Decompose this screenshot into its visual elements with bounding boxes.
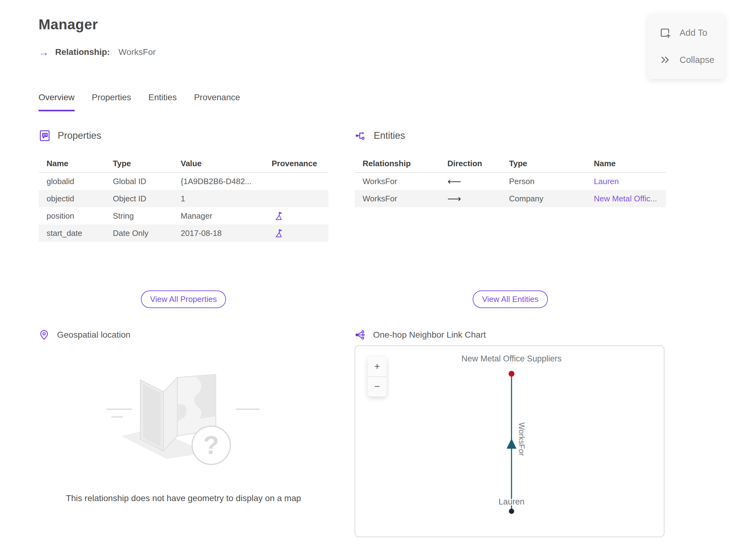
entity-type: Company — [501, 194, 586, 203]
zoom-control: + − — [368, 357, 387, 396]
tab-entities[interactable]: Entities — [148, 93, 177, 111]
entity-name-link[interactable]: Lauren — [586, 177, 666, 186]
col-header-direction: Direction — [439, 159, 501, 168]
relationship-value: WorksFor — [118, 47, 156, 57]
geospatial-section-title: Geospatial location — [57, 330, 130, 340]
edge-arrowhead — [506, 439, 517, 449]
entity-relationship: WorksFor — [355, 177, 439, 186]
prop-value: 1 — [173, 194, 264, 203]
bottom-node-dot[interactable] — [509, 509, 514, 514]
map-pin-icon — [38, 329, 50, 341]
page-title: Manager — [38, 16, 98, 33]
top-node-dot[interactable] — [509, 371, 515, 377]
link-chart-canvas: WorksFor New Metal Office Suppliers Laur… — [355, 346, 664, 537]
link-chart-section-header: One-hop Neighbor Link Chart — [355, 329, 486, 341]
tab-bar: Overview Properties Entities Provenance — [38, 93, 240, 111]
collapse-button[interactable]: Collapse — [648, 49, 725, 71]
top-node-label: New Metal Office Suppliers — [461, 354, 561, 363]
tab-properties[interactable]: Properties — [92, 93, 131, 111]
prop-type: Object ID — [105, 194, 173, 203]
relationship-subtitle: → Relationship: WorksFor — [38, 47, 156, 57]
properties-table: Name Type Value Provenance globalid Glob… — [38, 155, 329, 242]
add-to-label: Add To — [679, 28, 707, 38]
prop-name: position — [38, 211, 105, 221]
entities-icon — [355, 129, 367, 142]
link-chart-icon — [355, 329, 366, 341]
entity-relationship: WorksFor — [355, 194, 439, 203]
prop-name: globalid — [38, 177, 105, 186]
collapse-icon — [659, 54, 671, 66]
table-row: globalid Global ID {1A9DB2B6-D482... — [38, 173, 329, 190]
svg-text:?: ? — [203, 431, 219, 459]
add-to-button[interactable]: Add To — [648, 22, 725, 44]
floating-action-card: Add To Collapse — [648, 14, 725, 79]
no-geometry-message: This relationship does not have geometry… — [38, 493, 329, 503]
col-header-type: Type — [105, 159, 173, 168]
view-all-entities-button[interactable]: View All Entities — [473, 290, 548, 308]
direction-left-arrow-icon: ⟵ — [439, 176, 501, 187]
one-hop-link-chart[interactable]: WorksFor New Metal Office Suppliers Laur… — [355, 345, 664, 537]
col-header-name: Name — [586, 159, 666, 168]
prop-value: Manager — [173, 211, 264, 221]
col-header-type: Type — [501, 159, 586, 168]
view-all-properties-button[interactable]: View All Properties — [141, 290, 226, 308]
relationship-label: Relationship: — [55, 47, 110, 57]
entities-section-title: Entities — [374, 130, 405, 141]
table-row: start_date Date Only 2017-08-18 — [38, 224, 329, 242]
provenance-flag-icon — [274, 211, 284, 221]
properties-button-row: View All Properties — [38, 290, 329, 308]
link-chart-section-title: One-hop Neighbor Link Chart — [373, 330, 486, 340]
col-header-value: Value — [173, 159, 264, 168]
prop-value: 2017-08-18 — [173, 228, 264, 238]
left-column: Properties Name Type Value Provenance gl… — [38, 129, 329, 540]
map-placeholder: ? — [38, 358, 329, 475]
properties-section-title: Properties — [58, 130, 101, 141]
prop-name: start_date — [38, 228, 105, 238]
entities-table: Relationship Direction Type Name WorksFo… — [355, 155, 666, 207]
zoom-in-button[interactable]: + — [368, 357, 387, 377]
properties-icon — [38, 129, 51, 142]
relationship-arrow-icon: → — [38, 47, 49, 57]
entity-type: Person — [501, 177, 586, 186]
col-header-provenance: Provenance — [264, 159, 329, 168]
prop-type: Date Only — [105, 228, 173, 238]
tab-overview[interactable]: Overview — [38, 93, 75, 111]
prop-provenance[interactable] — [264, 228, 329, 238]
provenance-flag-icon — [274, 228, 284, 238]
collapse-label: Collapse — [679, 55, 715, 65]
table-row: position String Manager — [38, 207, 329, 224]
bottom-node-label: Lauren — [498, 497, 525, 506]
table-row: WorksFor ⟵ Person Lauren — [355, 173, 666, 190]
tab-provenance[interactable]: Provenance — [194, 93, 240, 111]
table-row: WorksFor ⟶ Company New Metal Offic... — [355, 190, 666, 207]
entities-section-header: Entities — [355, 129, 405, 142]
add-to-icon — [659, 27, 671, 38]
entity-name-link[interactable]: New Metal Offic... — [586, 194, 666, 203]
entities-button-row: View All Entities — [355, 290, 666, 308]
edge-label: WorksFor — [518, 423, 526, 456]
empty-map-illustration: ? — [103, 358, 264, 475]
prop-value: {1A9DB2B6-D482... — [173, 177, 264, 186]
prop-type: String — [105, 211, 173, 221]
prop-type: Global ID — [105, 177, 173, 186]
right-column: Entities Relationship Direction Type Nam… — [355, 129, 666, 540]
entities-table-header: Relationship Direction Type Name — [355, 155, 666, 173]
col-header-relationship: Relationship — [355, 159, 439, 168]
prop-name: objectid — [38, 194, 105, 203]
table-row: objectid Object ID 1 — [38, 190, 329, 207]
properties-table-header: Name Type Value Provenance — [38, 155, 329, 173]
zoom-out-button[interactable]: − — [368, 377, 387, 397]
geospatial-section-header: Geospatial location — [38, 329, 130, 341]
properties-section-header: Properties — [38, 129, 101, 142]
prop-provenance[interactable] — [264, 211, 329, 221]
direction-right-arrow-icon: ⟶ — [439, 193, 501, 204]
col-header-name: Name — [38, 159, 105, 168]
